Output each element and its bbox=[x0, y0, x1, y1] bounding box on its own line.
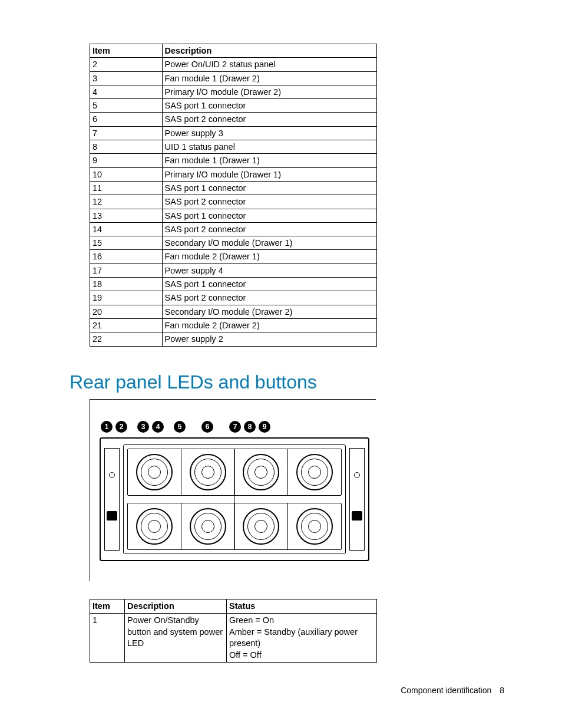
cell-desc: Secondary I/O module (Drawer 1) bbox=[162, 236, 376, 250]
cell-desc: Power supply 3 bbox=[162, 126, 376, 140]
table-row: 20Secondary I/O module (Drawer 2) bbox=[90, 305, 377, 318]
cell-item: 16 bbox=[90, 250, 163, 263]
cell-desc: Fan module 1 (Drawer 2) bbox=[162, 71, 376, 85]
callout-bubble: 6 bbox=[201, 421, 213, 433]
callout-bubble: 1 bbox=[101, 421, 113, 433]
cell-item: 8 bbox=[90, 140, 163, 154]
table-row: 9Fan module 1 (Drawer 1) bbox=[90, 154, 377, 167]
table-row: 13SAS port 1 connector bbox=[90, 209, 377, 222]
rear-panel-figure: 123456789 bbox=[90, 399, 376, 581]
table-row: 1Power On/Standby button and system powe… bbox=[90, 614, 377, 663]
status-table: Item Description Status 1Power On/Standb… bbox=[90, 599, 377, 663]
page-footer: Component identification 8 bbox=[401, 686, 504, 695]
callout-bubble: 9 bbox=[259, 421, 270, 433]
cell-item: 12 bbox=[90, 195, 163, 209]
cell-item: 4 bbox=[90, 85, 163, 98]
th-desc: Description bbox=[125, 599, 227, 614]
table-row: 4Primary I/O module (Drawer 2) bbox=[90, 85, 377, 98]
cell-item: 13 bbox=[90, 209, 163, 222]
table-row: 21Fan module 2 (Drawer 2) bbox=[90, 318, 377, 332]
cell-item: 20 bbox=[90, 305, 163, 318]
cell-desc: SAS port 1 connector bbox=[162, 278, 376, 291]
fan-icon bbox=[190, 508, 226, 545]
cell-desc: Fan module 2 (Drawer 2) bbox=[162, 318, 376, 332]
cell-desc: Power On/Standby button and system power… bbox=[125, 614, 227, 663]
cell-desc: Fan module 1 (Drawer 1) bbox=[162, 154, 376, 167]
table-row: 19SAS port 2 connector bbox=[90, 291, 377, 305]
callout-bubble: 3 bbox=[137, 421, 149, 433]
fan-icon bbox=[136, 508, 173, 545]
fan-icon bbox=[190, 454, 226, 490]
table-row: 15Secondary I/O module (Drawer 1) bbox=[90, 236, 377, 250]
cell-desc: SAS port 1 connector bbox=[162, 181, 376, 195]
cell-item: 10 bbox=[90, 167, 163, 181]
callout-bubble: 7 bbox=[229, 421, 241, 433]
callout-row: 123456789 bbox=[101, 421, 376, 433]
table-row: 18SAS port 1 connector bbox=[90, 278, 377, 291]
table-row: 12SAS port 2 connector bbox=[90, 195, 377, 209]
table-row: 10Primary I/O module (Drawer 1) bbox=[90, 167, 377, 181]
table-row: 17Power supply 4 bbox=[90, 263, 377, 277]
cell-desc: SAS port 1 connector bbox=[162, 209, 376, 222]
cell-item: 17 bbox=[90, 263, 163, 277]
cell-item: 2 bbox=[90, 58, 163, 71]
cell-desc: Primary I/O module (Drawer 1) bbox=[162, 167, 376, 181]
psu-left bbox=[104, 448, 120, 551]
table-row: 2Power On/UID 2 status panel bbox=[90, 58, 377, 71]
table-row: 11SAS port 1 connector bbox=[90, 181, 377, 195]
inner-frame bbox=[123, 444, 346, 554]
cell-desc: SAS port 2 connector bbox=[162, 195, 376, 209]
callout-bubble: 8 bbox=[244, 421, 256, 433]
psu-right bbox=[349, 448, 365, 551]
th-desc: Description bbox=[162, 44, 376, 58]
cell-item: 22 bbox=[90, 332, 163, 346]
cell-item: 11 bbox=[90, 181, 163, 195]
component-table: Item Description 2Power On/UID 2 status … bbox=[90, 44, 377, 347]
cell-status: Green = On Amber = Standby (auxiliary po… bbox=[226, 614, 376, 663]
fan-icon bbox=[296, 508, 333, 545]
callout-bubble: 4 bbox=[152, 421, 164, 433]
cell-desc: UID 1 status panel bbox=[162, 140, 376, 154]
callout-bubble: 2 bbox=[115, 421, 127, 433]
cell-item: 15 bbox=[90, 236, 163, 250]
cell-item: 19 bbox=[90, 291, 163, 305]
fan-icon bbox=[243, 454, 279, 490]
table-row: 5SAS port 1 connector bbox=[90, 99, 377, 113]
cell-item: 21 bbox=[90, 318, 163, 332]
footer-section: Component identification bbox=[401, 686, 491, 695]
callout-bubble: 5 bbox=[174, 421, 186, 433]
table-row: 22Power supply 2 bbox=[90, 332, 377, 346]
cell-desc: SAS port 2 connector bbox=[162, 222, 376, 236]
table-row: 6SAS port 2 connector bbox=[90, 113, 377, 126]
table-row: 7Power supply 3 bbox=[90, 126, 377, 140]
cell-desc: SAS port 2 connector bbox=[162, 291, 376, 305]
cell-desc: Primary I/O module (Drawer 2) bbox=[162, 85, 376, 98]
cell-item: 14 bbox=[90, 222, 163, 236]
cell-item: 7 bbox=[90, 126, 163, 140]
table-row: 16Fan module 2 (Drawer 1) bbox=[90, 250, 377, 263]
fan-icon bbox=[243, 508, 279, 545]
cell-desc: Power supply 4 bbox=[162, 263, 376, 277]
cell-desc: SAS port 1 connector bbox=[162, 99, 376, 113]
cell-desc: Power supply 2 bbox=[162, 332, 376, 346]
section-heading: Rear panel LEDs and buttons bbox=[70, 371, 527, 393]
th-item: Item bbox=[90, 599, 125, 614]
cell-item: 5 bbox=[90, 99, 163, 113]
cell-desc: SAS port 2 connector bbox=[162, 113, 376, 126]
cell-item: 1 bbox=[90, 614, 125, 663]
cell-item: 3 bbox=[90, 71, 163, 85]
cell-item: 6 bbox=[90, 113, 163, 126]
table-row: 8UID 1 status panel bbox=[90, 140, 377, 154]
th-status: Status bbox=[226, 599, 376, 614]
table-row: 3Fan module 1 (Drawer 2) bbox=[90, 71, 377, 85]
cell-item: 18 bbox=[90, 278, 163, 291]
table-row: 14SAS port 2 connector bbox=[90, 222, 377, 236]
device-chassis bbox=[100, 437, 369, 561]
th-item: Item bbox=[90, 44, 163, 58]
fan-tray-bottom bbox=[127, 503, 342, 550]
cell-item: 9 bbox=[90, 154, 163, 167]
fan-icon bbox=[296, 454, 333, 490]
cell-desc: Fan module 2 (Drawer 1) bbox=[162, 250, 376, 263]
fan-icon bbox=[136, 454, 173, 490]
footer-page-number: 8 bbox=[500, 686, 504, 695]
